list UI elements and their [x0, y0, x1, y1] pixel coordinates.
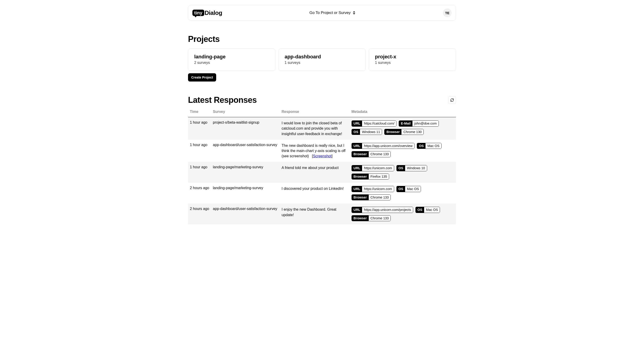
- meta-key: E-Mail: [399, 121, 412, 126]
- goto-project-dropdown[interactable]: Go To Project or Survey: [310, 10, 356, 15]
- meta-value: Chrome 133: [369, 195, 391, 200]
- meta-value: https://app.unicorn.com/overview: [362, 143, 414, 149]
- meta-tag: OSMac OS: [417, 143, 441, 149]
- cell-response: I enjoy the new Dashboard. Great update!: [280, 204, 350, 224]
- cell-metadata: URLhttps://app.unicorn.com/overviewOSMac…: [350, 140, 456, 162]
- meta-value: https://unicorn.com: [362, 186, 394, 192]
- project-name: landing-page: [194, 54, 269, 60]
- cell-metadata: URLhttps://unicorn.comOSWindows 10Browse…: [350, 162, 456, 183]
- table-row: 1 hour agolanding-page/marketing-surveyA…: [188, 162, 456, 183]
- cell-survey: landing-page/marketing-survey: [211, 183, 280, 204]
- meta-tag: E-Mailjohn@doe.com: [399, 120, 438, 126]
- responses-title: Latest Responses: [188, 95, 257, 105]
- cell-metadata: URLhttps://app.unicorn.com/projectsOSMac…: [350, 204, 456, 224]
- project-name: project-x: [375, 54, 450, 60]
- project-card[interactable]: landing-page2 surveys: [188, 48, 275, 71]
- col-time: Time: [188, 107, 211, 117]
- meta-tag: BrowserChrome 133: [352, 215, 391, 222]
- cell-response: I discovered your product on LinkedIn!: [280, 183, 350, 204]
- project-survey-count: 1 surveys: [285, 61, 360, 65]
- meta-value: Mac OS: [424, 207, 440, 213]
- meta-key: OS: [397, 165, 405, 171]
- meta-key: Browser: [352, 195, 369, 200]
- top-bar: tiny Dialog Go To Project or Survey TE: [188, 5, 456, 20]
- projects-title: Projects: [188, 34, 456, 44]
- chevron-updown-icon: [352, 11, 356, 14]
- meta-value: john@doe.com: [412, 121, 438, 126]
- logo-bubble: tiny: [192, 10, 204, 16]
- meta-value: Mac OS: [426, 143, 441, 149]
- meta-tag: OSMac OS: [416, 207, 440, 213]
- meta-key: OS: [417, 143, 426, 149]
- create-project-button[interactable]: Create Project: [188, 73, 216, 82]
- cell-time: 1 hour ago: [188, 117, 211, 140]
- cell-survey: app-dashboard/user-satisfaction-survey: [211, 204, 280, 224]
- meta-tag: URLhttps://app.unicorn.com/projects: [352, 207, 413, 213]
- meta-value: Windows 10: [405, 165, 427, 171]
- projects-grid: landing-page2 surveysapp-dashboard1 surv…: [188, 48, 456, 71]
- cell-time: 2 hours ago: [188, 204, 211, 224]
- cell-time: 1 hour ago: [188, 140, 211, 162]
- cell-response: I would love to join the closed beta of …: [280, 117, 350, 140]
- project-survey-count: 1 surveys: [375, 61, 450, 65]
- meta-value: https://unicorn.com: [362, 165, 394, 171]
- meta-key: Browser: [384, 129, 402, 135]
- table-row: 1 hour agoapp-dashboard/user-satisfactio…: [188, 140, 456, 162]
- meta-key: Browser: [352, 216, 369, 221]
- project-card[interactable]: app-dashboard1 surveys: [278, 48, 366, 71]
- meta-tag: BrowserChrome 130: [384, 129, 424, 135]
- col-survey: Survey: [211, 107, 280, 117]
- project-name: app-dashboard: [285, 54, 360, 60]
- meta-key: OS: [352, 129, 360, 135]
- refresh-button[interactable]: [448, 96, 456, 104]
- cell-response: The new dashboard is really nice, but I …: [280, 140, 350, 162]
- avatar[interactable]: TE: [443, 8, 452, 17]
- responses-table: Time Survey Response Metadata 1 hour ago…: [188, 107, 456, 224]
- meta-value: Mac OS: [405, 186, 421, 192]
- meta-key: OS: [416, 207, 424, 213]
- project-card[interactable]: project-x1 surveys: [369, 48, 456, 71]
- meta-value: https://catcloud.com/: [362, 121, 396, 126]
- meta-key: OS: [397, 186, 405, 192]
- meta-key: URL: [352, 121, 362, 126]
- cell-metadata: URLhttps://catcloud.com/E-Mailjohn@doe.c…: [350, 117, 456, 140]
- cell-response: A friend told me about your product: [280, 162, 350, 183]
- meta-value: Chrome 130: [402, 129, 424, 135]
- meta-tag: BrowserFirefox 135: [352, 174, 389, 180]
- meta-value: Windows 11: [360, 129, 382, 135]
- cell-survey: project-x/beta-waitlist-signup: [211, 117, 280, 140]
- meta-tag: BrowserChrome 133: [352, 151, 391, 157]
- meta-tag: OSWindows 11: [352, 129, 382, 135]
- refresh-icon: [450, 98, 454, 102]
- meta-value: https://app.unicorn.com/projects: [362, 207, 413, 213]
- meta-key: URL: [352, 165, 362, 171]
- meta-tag: OSMac OS: [396, 186, 421, 192]
- table-row: 1 hour agoproject-x/beta-waitlist-signup…: [188, 117, 456, 140]
- meta-tag: URLhttps://catcloud.com/: [352, 120, 397, 126]
- screenshot-link[interactable]: Screenshot: [313, 154, 332, 158]
- project-survey-count: 2 surveys: [194, 61, 269, 65]
- meta-value: Chrome 133: [369, 151, 391, 157]
- meta-tag: BrowserChrome 133: [352, 194, 391, 200]
- cell-time: 2 hours ago: [188, 183, 211, 204]
- meta-key: Browser: [352, 151, 369, 157]
- table-row: 2 hours agoapp-dashboard/user-satisfacti…: [188, 204, 456, 224]
- meta-tag: URLhttps://unicorn.com: [352, 186, 394, 192]
- logo-text: Dialog: [205, 10, 222, 16]
- meta-value: Firefox 135: [369, 174, 389, 180]
- col-metadata: Metadata: [350, 107, 456, 117]
- cell-survey: landing-page/marketing-survey: [211, 162, 280, 183]
- meta-tag: URLhttps://app.unicorn.com/overview: [352, 143, 415, 149]
- col-response: Response: [280, 107, 350, 117]
- meta-key: URL: [352, 186, 362, 192]
- cell-time: 1 hour ago: [188, 162, 211, 183]
- avatar-initials: TE: [445, 11, 449, 15]
- meta-tag: OSWindows 10: [396, 165, 427, 171]
- meta-key: Browser: [352, 174, 369, 180]
- goto-project-label: Go To Project or Survey: [310, 10, 351, 15]
- cell-survey: app-dashboard/user-satisfaction-survey: [211, 140, 280, 162]
- meta-key: URL: [352, 143, 362, 149]
- meta-value: Chrome 133: [369, 216, 391, 221]
- logo[interactable]: tiny Dialog: [192, 10, 222, 16]
- table-row: 2 hours agolanding-page/marketing-survey…: [188, 183, 456, 204]
